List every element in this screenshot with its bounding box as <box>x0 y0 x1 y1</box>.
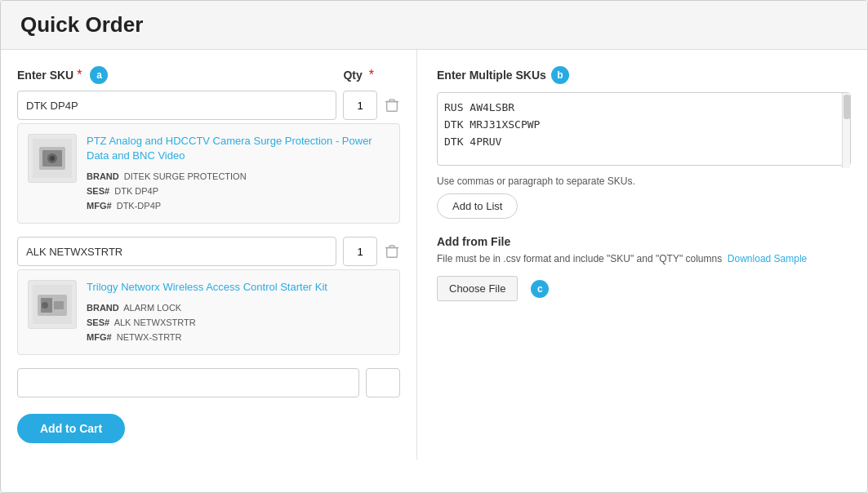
add-qty-input[interactable] <box>366 368 400 398</box>
brand-row-1: BRAND DITEK SURGE PROTECTION <box>87 170 389 184</box>
sku-header: Enter SKU * a <box>17 66 336 84</box>
svg-rect-18 <box>54 301 64 309</box>
choose-file-button[interactable]: Choose File <box>437 276 518 301</box>
enter-sku-label: Enter SKU <box>17 69 73 82</box>
badge-c: c <box>531 280 549 298</box>
page-title: Quick Order <box>20 12 848 38</box>
quick-order-window: Quick Order Enter SKU * a Qty * <box>0 0 868 493</box>
product-info-1: PTZ Analog and HDCCTV Camera Surge Prote… <box>87 134 389 213</box>
ses-value-2: ALK NETWXSTRTR <box>114 318 196 327</box>
product-thumb-2 <box>28 280 77 329</box>
required-star-sku: * <box>77 68 82 82</box>
mfg-label-2: MFG# <box>87 332 112 342</box>
product-info-2: Trilogy Networx Wireless Access Control … <box>87 280 389 344</box>
item-2: Trilogy Networx Wireless Access Control … <box>17 237 400 355</box>
add-from-file-section: Add from File File must be in .csv forma… <box>437 235 851 301</box>
qty-input-1[interactable] <box>343 91 377 120</box>
svg-rect-0 <box>387 102 398 112</box>
mfg-row-2: MFG# NETWX-STRTR <box>87 331 389 345</box>
svg-point-19 <box>42 302 48 309</box>
ses-label-2: SES# <box>87 318 109 327</box>
product-title-2[interactable]: Trilogy Networx Wireless Access Control … <box>87 280 389 295</box>
brand-row-2: BRAND ALARM LOCK <box>87 301 389 316</box>
mfg-value-2: NETWX-STRTR <box>117 332 182 342</box>
brand-label-2: BRAND <box>87 303 119 313</box>
qty-header: Qty * <box>343 68 377 82</box>
add-to-list-button[interactable]: Add to List <box>437 193 518 219</box>
file-hint: File must be in .csv format and include … <box>437 251 851 266</box>
sku-input-1[interactable] <box>17 91 336 120</box>
brand-value-2: ALARM LOCK <box>123 303 181 313</box>
svg-rect-10 <box>387 248 398 258</box>
delete-icon-2[interactable] <box>384 243 400 260</box>
textarea-scrollbar <box>842 93 850 168</box>
mfg-value-1: DTK-DP4P <box>117 201 161 211</box>
ses-row-1: SES# DTK DP4P <box>87 184 389 199</box>
scrollbar-thumb <box>844 95 850 119</box>
add-sku-row <box>17 368 400 398</box>
download-sample-link[interactable]: Download Sample <box>728 253 807 264</box>
item-2-sku-row <box>17 237 400 266</box>
product-card-1: PTZ Analog and HDCCTV Camera Surge Prote… <box>17 123 400 224</box>
multiple-sku-label: Enter Multiple SKUs <box>437 69 546 82</box>
multiple-sku-header: Enter Multiple SKUs b <box>437 66 851 84</box>
brand-label-1: BRAND <box>87 171 119 181</box>
qty-label: Qty <box>343 69 362 82</box>
qty-input-2[interactable] <box>343 237 377 266</box>
product-meta-1: BRAND DITEK SURGE PROTECTION SES# DTK DP… <box>87 170 389 213</box>
hint-text: Use commas or paragraph to separate SKUs… <box>437 175 851 187</box>
left-panel: Enter SKU * a Qty * <box>1 50 417 460</box>
svg-point-9 <box>50 156 55 161</box>
badge-b: b <box>551 66 569 84</box>
sku-input-2[interactable] <box>17 237 336 266</box>
ses-value-1: DTK DP4P <box>114 186 158 196</box>
ses-row-2: SES# ALK NETWXSTRTR <box>87 316 389 331</box>
item-1: PTZ Analog and HDCCTV Camera Surge Prote… <box>17 91 400 224</box>
column-headers: Enter SKU * a Qty * <box>17 66 400 84</box>
multiple-sku-textarea[interactable]: RUS AW4LSBR DTK MRJ31XSCPWP DTK 4PRUV <box>437 92 851 166</box>
add-sku-input[interactable] <box>17 368 359 398</box>
required-star-qty: * <box>369 68 374 82</box>
page-header: Quick Order <box>1 1 867 50</box>
mfg-label-1: MFG# <box>87 201 112 211</box>
badge-a: a <box>90 66 108 84</box>
right-panel: Enter Multiple SKUs b RUS AW4LSBR DTK MR… <box>417 50 867 460</box>
product-card-2: Trilogy Networx Wireless Access Control … <box>17 269 400 355</box>
textarea-wrapper: RUS AW4LSBR DTK MRJ31XSCPWP DTK 4PRUV <box>437 92 851 169</box>
product-title-1[interactable]: PTZ Analog and HDCCTV Camera Surge Prote… <box>87 134 389 163</box>
product-thumb-1 <box>28 134 77 183</box>
main-content: Enter SKU * a Qty * <box>1 50 867 460</box>
file-hint-prefix: File must be in .csv format and include … <box>437 253 722 264</box>
mfg-row-1: MFG# DTK-DP4P <box>87 199 389 214</box>
product-meta-2: BRAND ALARM LOCK SES# ALK NETWXSTRTR MFG… <box>87 301 389 344</box>
delete-icon-1[interactable] <box>384 97 400 113</box>
brand-value-1: DITEK SURGE PROTECTION <box>124 171 247 181</box>
add-from-file-title: Add from File <box>437 235 851 248</box>
add-to-cart-button[interactable]: Add to Cart <box>17 414 125 443</box>
ses-label-1: SES# <box>87 186 109 196</box>
choose-file-area: Choose File c <box>437 276 851 301</box>
item-1-sku-row <box>17 91 400 120</box>
